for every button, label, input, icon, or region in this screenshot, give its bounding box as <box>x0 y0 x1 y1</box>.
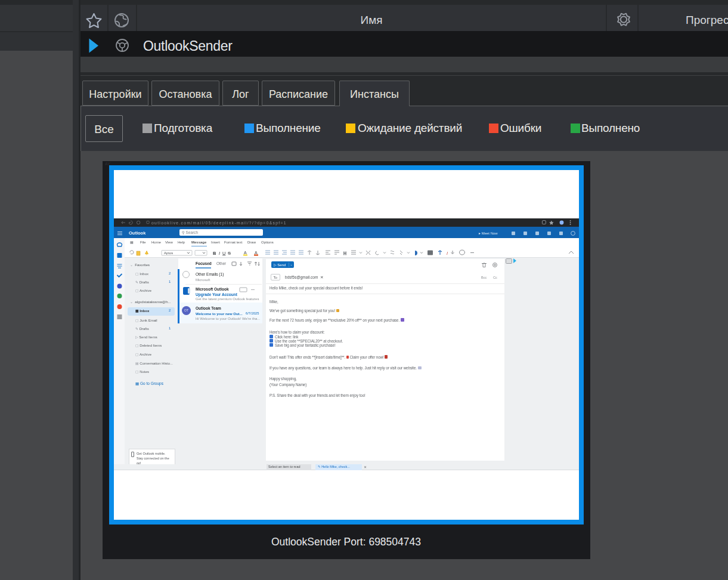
svg-text:A: A <box>244 251 247 255</box>
svg-text:U: U <box>222 251 225 256</box>
svg-text:I: I <box>219 251 220 256</box>
svg-text:A: A <box>255 251 258 255</box>
svg-text:S: S <box>228 251 231 256</box>
svg-text:H: H <box>343 251 346 255</box>
svg-text:I: I <box>447 251 448 255</box>
svg-text:Aptos: Aptos <box>164 251 173 255</box>
svg-text:B: B <box>213 251 216 256</box>
